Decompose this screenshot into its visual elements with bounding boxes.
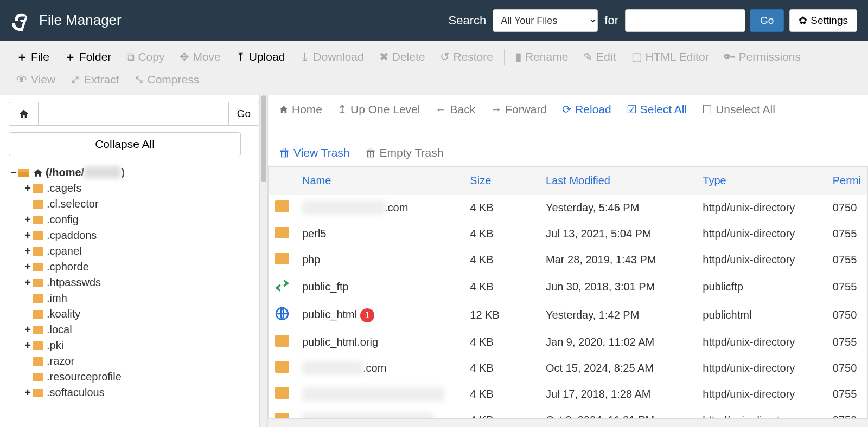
tree-item[interactable]: +.cagefs [9, 180, 259, 196]
eye-icon: 👁︎ [16, 73, 28, 86]
view-button[interactable]: 👁︎View [9, 69, 63, 90]
upload-label: Upload [249, 50, 285, 63]
tree-label: .cl.selector [47, 198, 99, 210]
col-name[interactable]: Name [296, 167, 463, 195]
tree-item[interactable]: +.cpanel [9, 243, 259, 259]
table-row[interactable]: public_html.orig 4 KB Jan 9, 2020, 11:02… [269, 329, 867, 355]
nav-home-button[interactable]: Home [279, 103, 322, 116]
expand-icon[interactable]: + [23, 214, 33, 226]
download-button[interactable]: ⤓Download [292, 46, 371, 68]
root-label: (/home/xxxxxx) [46, 166, 125, 179]
nav-back-button[interactable]: ←Back [435, 103, 475, 116]
app-title: File Manager [39, 12, 122, 29]
rename-button[interactable]: ▮Rename [508, 46, 576, 68]
search-go-button[interactable]: Go [750, 9, 784, 32]
table-row[interactable]: perl5 4 KB Jul 13, 2021, 5:04 PM httpd/u… [269, 221, 867, 247]
tree-item[interactable]: .imh [9, 290, 259, 306]
home-icon [18, 108, 29, 119]
settings-label: Settings [810, 15, 848, 27]
horizontal-scrollbar[interactable] [268, 419, 868, 427]
view-trash-button[interactable]: 🗑︎View Trash [279, 146, 350, 159]
cell-size: 4 KB [463, 273, 539, 301]
permissions-button[interactable]: 🔑︎Permissions [717, 46, 808, 68]
cell-size: 4 KB [463, 329, 539, 355]
expand-icon[interactable]: + [23, 386, 33, 399]
col-type[interactable]: Type [696, 167, 826, 195]
upload-button[interactable]: ⤒Upload [228, 46, 293, 68]
expand-icon[interactable]: + [23, 276, 33, 289]
tree-item[interactable]: .resourceprofile [9, 369, 259, 385]
table-row[interactable]: public_html1 12 KB Yesterday, 1:42 PM pu… [269, 301, 867, 329]
check-icon: ☑ [627, 103, 637, 116]
col-perms[interactable]: Permi [826, 167, 867, 195]
table-row[interactable]: xxxxxxxxxxxxxxxxxxxxxxx.com 4 KB Oct 9, … [269, 407, 867, 419]
home-icon [33, 168, 43, 178]
delete-button[interactable]: ✖Delete [372, 46, 433, 68]
path-input[interactable] [38, 102, 229, 126]
settings-button[interactable]: ✿ Settings [789, 9, 857, 32]
expand-icon[interactable]: + [23, 182, 33, 195]
table-row[interactable]: xxxxxxxxxxxxxxxxxxxxxxxxx 4 KB Jul 17, 2… [269, 381, 867, 407]
extract-button[interactable]: ⤢Extract [63, 69, 126, 90]
nav-forward-button[interactable]: →Forward [490, 103, 547, 116]
edit-button[interactable]: ✎Edit [576, 46, 623, 68]
expand-icon[interactable]: + [23, 339, 33, 352]
tree-label: .razor [47, 355, 74, 367]
table-row[interactable]: php 4 KB Mar 28, 2019, 1:43 PM httpd/uni… [269, 247, 867, 273]
scrollbar-thumb[interactable] [261, 95, 266, 182]
col-modified[interactable]: Last Modified [539, 167, 696, 195]
cell-size: 4 KB [463, 221, 539, 247]
tree-item[interactable]: +.config [9, 212, 259, 228]
tree-item[interactable]: +.local [9, 322, 259, 338]
nav-unselect-all-button[interactable]: ☐Unselect All [702, 103, 775, 116]
collapse-all-button[interactable]: Collapse All [9, 132, 241, 156]
path-go-button[interactable]: Go [229, 102, 259, 126]
folder-icon [33, 341, 43, 350]
compress-button[interactable]: ⤡Compress [127, 69, 207, 90]
folder-icon [33, 389, 43, 397]
tree-item[interactable]: +.cphorde [9, 259, 259, 275]
table-row[interactable]: xxxxxxxxxxxxxx.com 4 KB Yesterday, 5:46 … [269, 195, 867, 221]
copy-button[interactable]: ⧉Copy [119, 46, 172, 68]
tree-label: .config [47, 214, 79, 226]
tree-item[interactable]: +.softaculous [9, 385, 259, 400]
col-size[interactable]: Size [463, 167, 539, 195]
tree-item[interactable]: +.cpaddons [9, 228, 259, 243]
nav-up-button[interactable]: ↥Up One Level [337, 103, 420, 116]
panel-resize-handle[interactable] [259, 95, 268, 427]
table-row[interactable]: xxxxxxxxxx.com 4 KB Oct 15, 2024, 8:25 A… [269, 355, 867, 381]
tree-item[interactable]: .cl.selector [9, 196, 259, 212]
html-editor-label: HTML Editor [646, 50, 709, 63]
collapse-icon[interactable]: − [9, 166, 18, 179]
edit-label: Edit [596, 50, 616, 63]
square-icon: ☐ [702, 103, 712, 116]
search-input[interactable] [625, 9, 745, 32]
cell-modified: Oct 9, 2024, 11:31 PM [539, 407, 696, 419]
expand-icon[interactable]: + [23, 324, 33, 336]
tree-item[interactable]: +.pki [9, 338, 259, 353]
cell-size: 4 KB [463, 195, 539, 221]
cell-perms: 0755 [826, 247, 867, 273]
folder-icon [33, 247, 43, 256]
tree-item[interactable]: .razor [9, 353, 259, 369]
cell-type: httpd/unix-directory [696, 195, 826, 221]
home-button[interactable] [9, 102, 38, 126]
expand-icon[interactable]: + [23, 245, 33, 257]
expand-icon[interactable]: + [23, 261, 33, 273]
nav-reload-label: Reload [575, 103, 611, 116]
nav-select-all-button[interactable]: ☑Select All [627, 103, 687, 116]
empty-trash-button[interactable]: 🗑︎Empty Trash [365, 146, 444, 159]
nav-reload-button[interactable]: ⟳Reload [562, 103, 611, 116]
rename-label: Rename [525, 50, 568, 63]
tree-root[interactable]: − (/home/xxxxxx) [9, 165, 259, 180]
new-folder-button[interactable]: ＋Folder [57, 45, 119, 69]
html-editor-button[interactable]: ▢HTML Editor [624, 46, 717, 68]
move-button[interactable]: ✥Move [172, 46, 228, 68]
table-row[interactable]: public_ftp 4 KB Jun 30, 2018, 3:01 PM pu… [269, 273, 867, 301]
tree-item[interactable]: +.htpasswds [9, 275, 259, 290]
expand-icon[interactable]: + [23, 229, 33, 242]
tree-item[interactable]: .koality [9, 306, 259, 322]
search-scope-select[interactable]: All Your Files [493, 9, 598, 32]
new-file-button[interactable]: ＋File [9, 45, 57, 69]
restore-button[interactable]: ↺Restore [432, 46, 501, 68]
